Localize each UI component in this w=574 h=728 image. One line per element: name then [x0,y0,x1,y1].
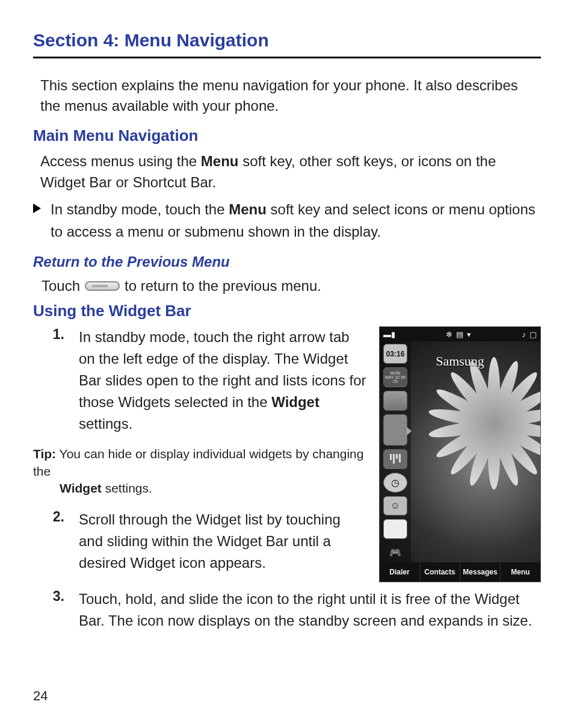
date-widget-icon[interactable]: MON MAY 22 06 29 [383,367,407,387]
text: settings. [102,481,152,495]
text: Touch [42,278,80,294]
bold-widget: Widget [271,394,319,410]
text: You can hide or display individual widge… [33,447,363,478]
list-number: 3. [48,588,64,632]
message-widget-icon[interactable]: ☺ [383,496,407,516]
music-widget-icon[interactable] [383,449,407,469]
list-item: 2. Scroll through the Widget list by tou… [33,509,367,574]
clock-widget-icon[interactable]: 03:16 [383,344,407,364]
text: MON [390,371,400,375]
text: to return to the previous menu. [125,278,321,294]
text: Access menus using the [40,153,201,169]
list-text: Scroll through the Widget list by touchi… [79,509,367,574]
page-number: 24 [33,688,48,704]
note-widget-icon[interactable] [383,519,407,539]
status-icon: ❄ [446,330,452,339]
bold-menu: Menu [229,201,267,217]
bold-menu: Menu [201,153,239,169]
text: In standby mode, touch the [51,201,229,217]
signal-icon: ▬▮ [383,330,395,339]
main-menu-heading: Main Menu Navigation [33,126,541,145]
list-number: 1. [48,326,64,435]
softkey-contacts[interactable]: Contacts [420,562,460,582]
analog-clock-widget-icon[interactable]: ◷ [383,473,407,493]
triangle-bullet-icon [33,204,41,213]
list-text: Touch, hold, and slide the icon to the r… [79,588,541,632]
game-widget-icon[interactable]: 🎮 [383,543,407,562]
section-title: Section 4: Menu Navigation [33,30,541,58]
touch-instruction: Touch to return to the previous menu. [42,278,541,294]
main-menu-paragraph: Access menus using the Menu soft key, ot… [40,151,541,193]
bullet-item: In standby mode, touch the Menu soft key… [33,198,541,243]
softkey-menu[interactable]: Menu [501,562,540,582]
widget-bar-heading: Using the Widget Bar [33,302,541,320]
softkey-dialer[interactable]: Dialer [380,562,420,582]
widget-bar-tab-icon[interactable] [383,414,407,446]
list-item: 1. In standby mode, touch the right arro… [33,326,367,435]
status-icon: ▤ [456,330,463,339]
text: settings. [79,415,132,432]
phone-screenshot: ▬▮ ❄ ▤ ▾ ♪ ▢ [379,326,541,582]
list-number: 2. [48,509,64,574]
list-item: 3. Touch, hold, and slide the icon to th… [33,588,541,632]
chevron-down-icon: ▾ [467,330,471,339]
phone-statusbar: ▬▮ ❄ ▤ ▾ ♪ ▢ [380,327,540,341]
sound-icon: ♪ [522,330,526,339]
tip-block: Tip: You can hide or display individual … [33,446,367,497]
softkey-messages[interactable]: Messages [460,562,501,582]
phone-softkeys: Dialer Contacts Messages Menu [380,562,540,582]
bullet-text: In standby mode, touch the Menu soft key… [51,198,541,243]
bold-widget: Widget [60,481,102,495]
photo-widget-icon[interactable] [383,391,407,411]
back-button-icon [85,281,120,291]
text: In standby mode, touch the right arrow t… [79,329,366,410]
text: MAY 22 06 29 [384,375,407,384]
return-menu-heading: Return to the Previous Menu [33,254,541,270]
list-text: In standby mode, touch the right arrow t… [79,326,367,435]
tip-label: Tip: [33,447,56,461]
battery-icon: ▢ [529,330,537,339]
intro-paragraph: This section explains the menu navigatio… [40,75,541,116]
widget-bar[interactable]: 03:16 MON MAY 22 06 29 ◷ ☺ 🎮 [380,341,411,562]
